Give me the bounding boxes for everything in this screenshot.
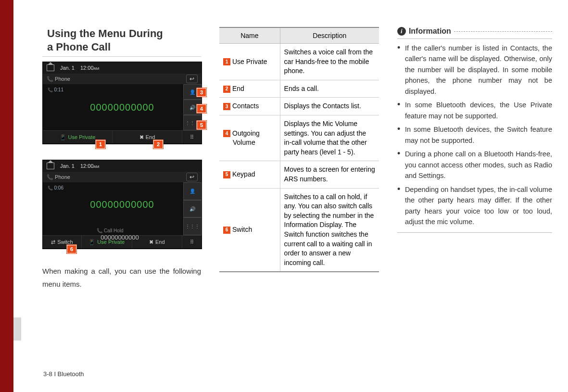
table-cell-desc: Displays the Mic Volume settings. You ca… <box>280 115 379 161</box>
table-row: 5Keypad Moves to a screen for entering A… <box>219 161 379 188</box>
table-cell-name: 1Use Private <box>219 44 280 80</box>
table-row: 4OutgoingVolume Displays the Mic Volume … <box>219 115 379 161</box>
column-middle: Name Description 1Use Private Switches a… <box>219 27 379 291</box>
breadcrumb-label: 📞 Phone <box>47 76 70 82</box>
table-cell-desc: Switches to a call on hold, if any. You … <box>280 188 379 272</box>
contacts-button[interactable]: 👤 <box>183 182 202 200</box>
column-right: i Information If the caller's number is … <box>397 27 552 291</box>
num-badge: 5 <box>223 171 230 178</box>
hold-number: 00000000000 <box>52 234 173 241</box>
table-row: 2End Ends a call. <box>219 80 379 98</box>
keypad-toggle-button[interactable]: ⠿ <box>182 131 202 143</box>
page-footer: 3-8 I Bluetooth <box>43 370 84 378</box>
status-time: 12:00AM <box>80 65 100 71</box>
num-badge: 6 <box>223 227 230 234</box>
section-title-line2: a Phone Call <box>47 41 111 53</box>
table-head-name: Name <box>219 27 280 44</box>
callout-3: 3 <box>197 88 206 97</box>
breadcrumb-bar: 📞 Phone ↩ <box>43 172 202 182</box>
page-tab <box>13 317 21 341</box>
home-icon[interactable] <box>47 64 54 71</box>
table-cell-name: 2End <box>219 80 280 98</box>
section-title-line1: Using the Menu During <box>47 27 163 39</box>
table-row: 6Switch Switches to a call on hold, if a… <box>219 188 379 272</box>
info-title: Information <box>409 27 451 36</box>
table-cell-desc: Moves to a screen for entering ARS numbe… <box>280 161 379 188</box>
table-cell-name: 3Contacts <box>219 98 280 115</box>
info-bottom-rule <box>397 232 552 233</box>
table-cell-desc: Switches a voice call from the car Hands… <box>280 44 379 80</box>
table-row: 1Use Private Switches a voice call from … <box>219 44 379 80</box>
num-badge: 3 <box>223 103 230 110</box>
table-cell-name: 4OutgoingVolume <box>219 115 280 161</box>
body-text: When making a call, you can use the foll… <box>42 265 201 291</box>
table-head-desc: Description <box>280 27 379 44</box>
call-timer: 0:11 <box>48 87 63 92</box>
callout-6: 6 <box>67 245 76 253</box>
description-table: Name Description 1Use Private Switches a… <box>219 27 379 272</box>
call-number: 00000000000 <box>43 102 202 113</box>
call-body: 0:06 00000000000 📞 Call Hold 00000000000… <box>43 182 202 235</box>
page-content: Using the Menu During a Phone Call Jan. … <box>42 27 552 291</box>
num-badge: 1 <box>223 58 230 65</box>
side-buttons: 👤 🔊 ⋮⋮⋮ <box>183 182 202 235</box>
keypad-toggle-button[interactable]: ⠿ <box>182 236 202 248</box>
num-badge: 2 <box>223 86 230 93</box>
home-icon[interactable] <box>47 163 54 169</box>
info-dash-rule <box>454 31 552 32</box>
table-cell-name: 6Switch <box>219 188 280 272</box>
status-time: 12:00AM <box>80 163 100 169</box>
table-row: 3Contacts Displays the Contacts list. <box>219 98 379 115</box>
callout-2: 2 <box>153 140 163 149</box>
info-item: Depending on handset types, the in-call … <box>397 184 552 228</box>
info-list: If the caller's number is listed in Cont… <box>397 43 552 228</box>
info-item: During a phone call on a Bluetooth Hands… <box>397 149 552 181</box>
table-cell-desc: Displays the Contacts list. <box>280 98 379 115</box>
back-button[interactable]: ↩ <box>186 173 198 181</box>
call-number: 00000000000 <box>43 199 202 210</box>
info-item: In some Bluetooth devices, the Switch fe… <box>397 124 552 146</box>
callout-1: 1 <box>96 140 105 149</box>
status-date: Jan. 1 <box>60 65 75 71</box>
keypad-button[interactable]: ⋮⋮⋮ <box>183 217 202 235</box>
page-spine <box>0 0 13 392</box>
callout-5: 5 <box>197 121 206 129</box>
bottom-bar: 📱 Use Private ✖ End ⠿ <box>43 130 202 143</box>
breadcrumb-bar: 📞 Phone ↩ <box>43 74 202 84</box>
call-body: 0:11 00000000000 👤 🔊 ⋮⋮⋮ <box>43 84 202 130</box>
table-cell-desc: Ends a call. <box>280 80 379 98</box>
status-bar: Jan. 1 12:00AM <box>43 160 202 172</box>
status-bar: Jan. 1 12:00AM <box>43 62 202 74</box>
callout-4: 4 <box>197 104 206 113</box>
screenshot-call-hold: Jan. 1 12:00AM 📞 Phone ↩ 0:06 0000000000… <box>42 160 202 249</box>
call-timer: 0:06 <box>48 185 63 190</box>
volume-button[interactable]: 🔊 <box>183 200 202 218</box>
column-left: Using the Menu During a Phone Call Jan. … <box>42 27 201 291</box>
breadcrumb-label: 📞 Phone <box>47 174 70 180</box>
info-header: i Information <box>397 27 552 39</box>
table-cell-name: 5Keypad <box>219 161 280 188</box>
back-button[interactable]: ↩ <box>186 75 198 83</box>
section-title: Using the Menu During a Phone Call <box>42 27 201 57</box>
info-item: In some Bluetooth devices, the Use Priva… <box>397 100 552 121</box>
num-badge: 4 <box>223 130 230 137</box>
end-button[interactable]: ✖ End <box>113 131 182 143</box>
status-date: Jan. 1 <box>60 163 75 169</box>
info-icon: i <box>397 27 406 36</box>
hold-label: 📞 Call Hold <box>43 228 173 233</box>
screenshot-call-single: Jan. 1 12:00AM 📞 Phone ↩ 0:11 0000000000… <box>42 62 202 144</box>
info-item: If the caller's number is listed in Cont… <box>397 43 552 97</box>
